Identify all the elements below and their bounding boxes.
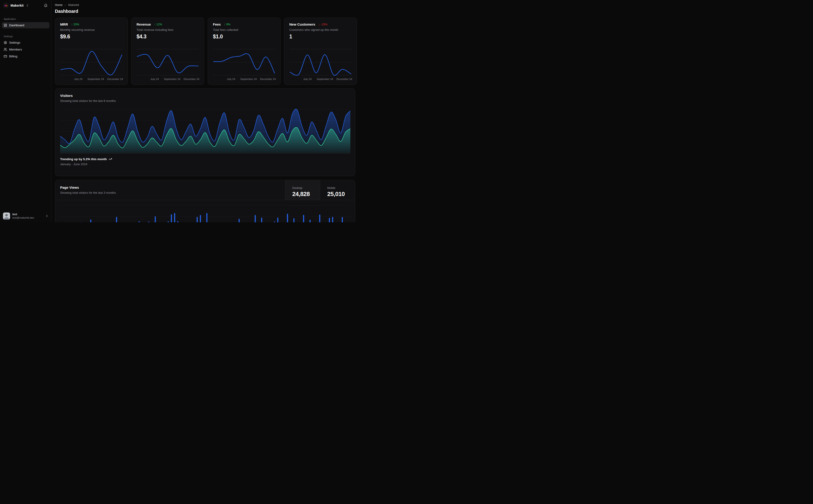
- chevrons-up-down-icon: [45, 215, 48, 217]
- sparkline-chart-fees: July 24September 24December 24: [213, 48, 275, 81]
- x-tick-label: December 24: [107, 78, 123, 80]
- bell-icon: [44, 4, 48, 7]
- sidebar-item-settings[interactable]: Settings: [2, 40, 49, 46]
- x-tick-label: December 24: [183, 78, 199, 80]
- stat-title: MRR: [60, 22, 68, 26]
- stat-title: Revenue: [136, 22, 151, 26]
- breadcrumb-current: Makerkit: [68, 3, 79, 7]
- stat-description: Monthly recurring revenue: [60, 28, 122, 32]
- toggle-desktop[interactable]: Desktop 24,828: [285, 180, 320, 200]
- user-avatar: [3, 212, 10, 220]
- page-views-bar-chart: [55, 200, 355, 222]
- page-views-card: Page Views Showing total visitors for th…: [55, 180, 355, 222]
- main-content: Home Makerkit Dashboard MRR ↑20% Monthly…: [51, 0, 359, 222]
- breadcrumb-home-link[interactable]: Home: [55, 3, 62, 7]
- nav-section-label-application: Application: [2, 18, 49, 20]
- x-tick-label: September 24: [87, 78, 104, 80]
- sidebar-item-members[interactable]: Members: [2, 46, 49, 53]
- x-tick-label: December 24: [336, 78, 352, 80]
- user-menu[interactable]: test test@makerkit.dev: [0, 210, 51, 222]
- stat-title: New Customers: [289, 22, 315, 26]
- stat-change-badge: ↓-25%: [318, 23, 327, 26]
- page-views-title: Page Views: [60, 186, 280, 189]
- arrow-up-icon: ↑: [224, 23, 225, 26]
- users-icon: [4, 48, 7, 51]
- page-views-subtitle: Showing total visitors for the last 3 mo…: [60, 191, 280, 194]
- x-tick-label: September 24: [240, 78, 257, 80]
- stat-value: $1.0: [213, 34, 275, 40]
- x-tick-label: July 24: [74, 78, 82, 80]
- sparkline-chart-new-customers: July 24September 24December 24: [289, 48, 352, 81]
- visitors-title: Visitors: [60, 94, 350, 98]
- x-tick-label: July 24: [227, 78, 235, 80]
- x-axis-ticks: July 24September 24December 24: [213, 78, 275, 81]
- stat-description: Customers who signed up this month: [289, 28, 352, 32]
- visitors-subtitle: Showing total visitors for the last 6 mo…: [60, 99, 350, 103]
- sidebar-item-dashboard[interactable]: Dashboard: [2, 22, 49, 28]
- nav-section-label-settings: Settings: [2, 35, 49, 38]
- x-axis-ticks: July 24September 24December 24: [136, 78, 199, 81]
- stat-title: Fees: [213, 22, 221, 26]
- layout-dashboard-icon: [4, 24, 7, 27]
- stat-card-fees: Fees ↑9% Total fees collected $1.0 July …: [208, 18, 281, 85]
- sidebar-item-billing[interactable]: Billing: [2, 53, 49, 59]
- arrow-down-icon: ↓: [318, 23, 320, 26]
- sidebar-item-label: Members: [9, 48, 22, 51]
- x-tick-label: September 24: [317, 78, 333, 80]
- toggle-mobile[interactable]: Mobile 25,010: [320, 180, 355, 200]
- x-tick-label: July 24: [303, 78, 312, 80]
- page-title: Dashboard: [55, 9, 355, 14]
- breadcrumb: Home Makerkit: [55, 3, 355, 7]
- credit-card-icon: [4, 55, 7, 58]
- stat-value: 1: [289, 34, 352, 40]
- sparkline-chart-revenue: July 24September 24December 24: [136, 48, 199, 81]
- arrow-up-icon: ↑: [154, 23, 155, 26]
- x-axis-ticks: July 24September 24December 24: [60, 78, 122, 81]
- stat-card-mrr: MRR ↑20% Monthly recurring revenue $9.6 …: [55, 18, 128, 85]
- stat-description: Total fees collected: [213, 28, 275, 32]
- visitors-card: Visitors Showing total visitors for the …: [55, 88, 355, 176]
- sparkline-chart-mrr: July 24September 24December 24: [60, 48, 122, 81]
- sidebar-item-label: Billing: [9, 55, 17, 58]
- notifications-bell-button[interactable]: [43, 3, 48, 8]
- gear-icon: [4, 41, 7, 44]
- sidebar-item-label: Dashboard: [9, 24, 24, 27]
- sidebar-item-label: Settings: [9, 41, 20, 44]
- visitors-trend-text: Trending up by 5.2% this month: [60, 157, 107, 161]
- workspace-switcher[interactable]: [26, 4, 29, 7]
- x-tick-label: December 24: [260, 78, 276, 80]
- visitors-area-chart: [60, 107, 350, 154]
- makerkit-logo: m: [3, 3, 8, 8]
- chevrons-up-down-icon: [26, 4, 29, 7]
- stat-change-badge: ↑20%: [71, 23, 79, 26]
- stat-description: Total revenue including fees: [136, 28, 199, 32]
- stat-change-badge: ↑12%: [154, 23, 162, 26]
- stat-card-revenue: Revenue ↑12% Total revenue including fee…: [131, 18, 204, 85]
- chevron-right-icon: [64, 4, 66, 6]
- stat-change-badge: ↑9%: [224, 23, 230, 26]
- sidebar: m Makerkit Application Dashboard Setting…: [0, 0, 51, 222]
- user-email: test@makerkit.dev: [12, 216, 34, 220]
- trending-up-icon: [109, 157, 112, 161]
- visitors-date-range: January - June 2024: [60, 162, 350, 166]
- stat-value: $4.3: [136, 34, 199, 40]
- sidebar-nav: Application Dashboard Settings Settings …: [0, 10, 51, 60]
- x-tick-label: July 24: [150, 78, 159, 80]
- workspace-name: Makerkit: [11, 4, 24, 7]
- user-name: test: [12, 212, 34, 216]
- x-axis-ticks: July 24September 24December 24: [289, 78, 352, 81]
- arrow-up-icon: ↑: [71, 23, 72, 26]
- stat-value: $9.6: [60, 34, 122, 40]
- x-tick-label: September 24: [164, 78, 180, 80]
- stat-card-new-customers: New Customers ↓-25% Customers who signed…: [284, 18, 357, 85]
- stat-cards-row: MRR ↑20% Monthly recurring revenue $9.6 …: [55, 18, 355, 85]
